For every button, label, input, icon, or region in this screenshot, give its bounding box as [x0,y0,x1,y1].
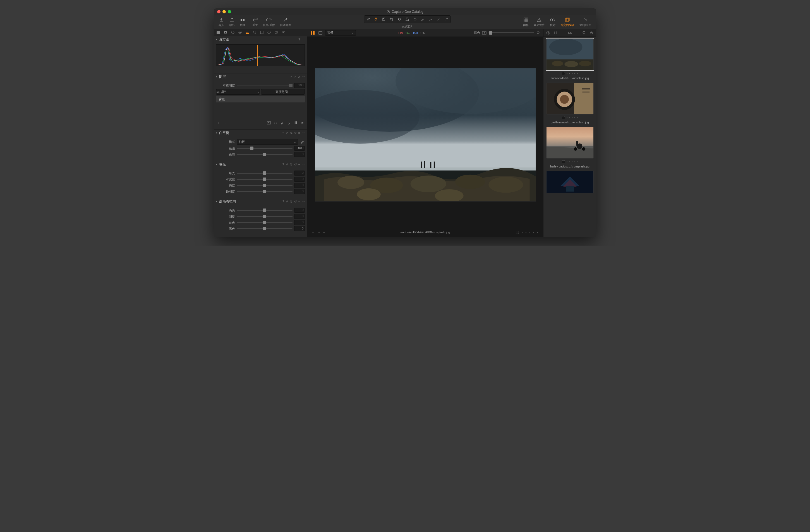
help-icon[interactable]: ? [290,75,292,79]
zoom-slider[interactable] [488,31,534,35]
output-tab[interactable] [273,29,280,36]
maximize-button[interactable] [228,10,231,13]
preset-icon[interactable]: ≡ [298,237,300,238]
capture-button[interactable]: 拍摄 [238,16,247,28]
reset-button[interactable]: 重置 [250,16,260,28]
picker-icon[interactable]: ✐ [286,163,288,166]
exposure-value[interactable]: 0 [294,171,305,176]
thumbnail-item[interactable]: ••••• gaelle-marcel-...c-unsplash.jpg [545,83,595,124]
mask-display-icon[interactable] [266,120,271,125]
batch-tab[interactable] [280,29,287,36]
close-button[interactable] [217,10,221,13]
exposure-warning-button[interactable]: 曝光警告 [532,16,547,28]
picker-icon[interactable]: ✐ [286,237,288,238]
highlight-slider[interactable] [237,208,292,212]
sort-icon[interactable] [553,30,558,35]
layer-adjust-select[interactable]: 调节⌄ [216,89,260,95]
black-value[interactable]: 0 [294,226,305,231]
loupe-tool[interactable] [380,16,387,22]
thumb-checkbox[interactable] [562,116,565,119]
zoom-fit-button[interactable] [482,30,487,35]
picker-icon[interactable]: ✐ [286,200,288,204]
brush-mask-icon[interactable] [280,120,285,125]
brightness-slider[interactable] [237,183,292,187]
help-icon[interactable]: ? [282,200,284,204]
keystone-tool[interactable] [404,16,411,22]
multi-view-button[interactable] [310,30,316,36]
crop-tool[interactable] [388,16,395,22]
reset-icon[interactable]: ↺ [297,75,300,79]
menu-icon[interactable]: ⋯ [302,131,305,135]
black-slider[interactable] [237,227,292,230]
grid-button[interactable]: 网格 [521,16,531,28]
pan-tool[interactable] [372,16,379,22]
white-balance-header[interactable]: ▾ 白平衡 ?✐⇅↺≡⋯ [214,129,307,136]
rotate-tool[interactable] [396,16,403,22]
menu-icon[interactable]: ⋯ [302,38,305,41]
browser-filter-icon[interactable] [589,30,594,35]
thumb-checkbox[interactable] [562,72,565,75]
reset-icon[interactable]: ↺ [294,163,297,166]
adjust-tab[interactable] [258,29,265,36]
preset-icon[interactable]: ≡ [298,200,300,204]
proof-button[interactable]: 校对 [548,16,557,28]
thumbnail-item[interactable] [545,171,595,193]
white-slider[interactable] [237,221,292,224]
reset-icon[interactable]: ↺ [294,237,297,238]
import-button[interactable]: 导入 [216,16,226,28]
exposure-slider[interactable] [237,171,292,175]
saturation-value[interactable]: 0 [294,189,305,194]
details-tab[interactable] [251,29,258,36]
erase-mask-icon[interactable] [286,120,291,125]
luma-range-button[interactable]: 亮度范围... [261,89,305,95]
help-icon[interactable]: ? [282,131,284,135]
menu-icon[interactable]: ⋯ [302,163,305,166]
copy-icon[interactable]: ⇅ [290,200,292,204]
expand-icon[interactable]: ⤢ [293,75,296,79]
saturation-slider[interactable] [237,190,292,193]
add-layer-button[interactable]: ＋ [216,120,221,125]
radial-mask-icon[interactable] [300,120,305,125]
select-tool[interactable] [364,16,372,22]
eraser-tool[interactable] [427,16,434,22]
hdr-header[interactable]: ▾ 高动态范围 ?✐⇅↺≡⋯ [214,198,307,205]
thumbnail-item[interactable]: ••••• andre-iv-TRkb...0-unsplash.jpg [545,38,595,80]
edit-selected-button[interactable]: 选定的编辑 [558,16,577,28]
auto-adjust-button[interactable]: 自动调整 [278,16,293,28]
add-readout-button[interactable]: ＋ [358,30,362,35]
pick-checkbox[interactable] [516,231,519,234]
invert-mask-icon[interactable] [273,120,278,125]
temp-value[interactable]: 5000 [294,146,305,151]
histogram-header[interactable]: ▾ 直方图 ?⋯ [214,36,307,43]
opacity-value[interactable]: 100 [294,83,305,88]
spot-tool[interactable] [411,16,419,22]
zoom-100-button[interactable] [536,30,541,35]
copy-icon[interactable]: ⇅ [290,131,292,135]
brush-tool[interactable] [419,16,426,22]
single-view-button[interactable] [317,30,324,36]
radial-tool[interactable] [443,16,450,22]
thumbnail-item[interactable]: ••••• harley-davidso...fs-unsplash.jpg [545,127,595,168]
viewer-canvas[interactable] [307,37,543,227]
preset-icon[interactable]: ≡ [298,163,300,166]
gradient-tool[interactable] [435,16,442,22]
exposure-header[interactable]: ▾ 曝光 ?✐⇅↺≡⋯ [214,161,307,168]
menu-icon[interactable]: ⋯ [302,75,305,79]
help-icon[interactable]: ? [282,163,284,166]
layers-header[interactable]: ▾ 图层 ?⤢↺⋯ [214,74,307,80]
contrast-slider[interactable] [237,177,292,181]
export-button[interactable]: 导出 [227,16,237,28]
help-icon[interactable]: ? [282,237,284,238]
remove-layer-button[interactable]: － [223,120,228,125]
copy-icon[interactable]: ⇅ [290,237,292,238]
tint-value[interactable]: 0 [294,152,305,157]
copy-icon[interactable]: ⇅ [290,163,292,166]
preset-icon[interactable]: ≡ [298,131,300,135]
menu-icon[interactable]: ⋯ [302,200,305,204]
capture-tab[interactable] [222,29,229,36]
viewer-layer-select[interactable]: 背景⌄ [325,30,356,36]
library-tab[interactable] [215,29,222,36]
exposure-tab[interactable] [244,29,250,36]
shadow-value[interactable]: 0 [294,214,305,219]
undo-redo-button[interactable]: 复原/重做 [261,16,277,28]
